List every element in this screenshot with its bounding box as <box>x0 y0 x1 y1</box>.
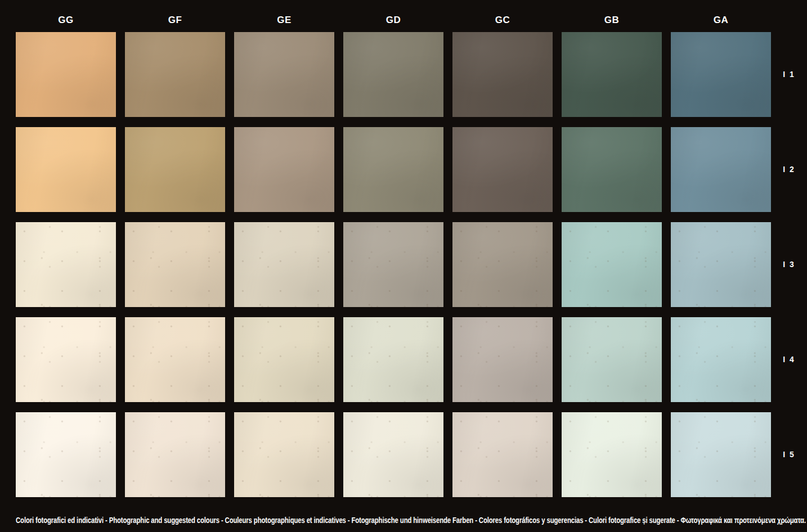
swatch-ge-i2 <box>234 127 334 212</box>
row-label-i3: I 3 <box>771 260 807 269</box>
swatch-gg-i1 <box>16 32 116 117</box>
swatch-ga-i2 <box>671 127 771 212</box>
swatch-gd-i2 <box>343 127 443 212</box>
swatch-grid-area: GG GF GE GD GC GB GA <box>16 0 771 497</box>
swatch-gf-i1 <box>125 32 225 117</box>
swatch-gd-i1 <box>343 32 443 117</box>
swatch-ga-i5 <box>671 412 771 497</box>
swatch-gb-i3 <box>562 222 662 307</box>
swatch-gd-i5 <box>343 412 443 497</box>
swatch-ge-i5 <box>234 412 334 497</box>
column-header-row: GG GF GE GD GC GB GA <box>16 0 771 32</box>
row-label-i2: I 2 <box>771 165 807 174</box>
row-label-column: I 1 I 2 I 3 I 4 I 5 <box>771 0 807 532</box>
swatch-grid <box>16 32 771 497</box>
swatch-gd-i4 <box>343 317 443 402</box>
footer-caption-text: Colori fotografici ed indicativi - Photo… <box>16 515 617 526</box>
swatch-gc-i3 <box>452 222 553 307</box>
swatch-gd-i3 <box>343 222 443 307</box>
swatch-ge-i4 <box>234 317 334 402</box>
column-header-ge: GE <box>234 15 334 32</box>
swatch-ga-i4 <box>671 317 771 402</box>
swatch-gb-i1 <box>562 32 662 117</box>
column-header-gg: GG <box>16 15 116 32</box>
swatch-gg-i4 <box>16 317 116 402</box>
color-chart-page: GG GF GE GD GC GB GA <box>0 0 807 532</box>
row-label-i1: I 1 <box>771 70 807 79</box>
column-header-gb: GB <box>562 15 662 32</box>
swatch-gc-i2 <box>452 127 553 212</box>
swatch-gg-i2 <box>16 127 116 212</box>
swatch-gc-i5 <box>452 412 553 497</box>
column-header-gc: GC <box>452 15 553 32</box>
swatch-gg-i5 <box>16 412 116 497</box>
column-header-gf: GF <box>125 15 225 32</box>
row-label-i5: I 5 <box>771 450 807 459</box>
swatch-ga-i1 <box>671 32 771 117</box>
swatch-gc-i1 <box>452 32 553 117</box>
swatch-gg-i3 <box>16 222 116 307</box>
swatch-ge-i3 <box>234 222 334 307</box>
swatch-gb-i2 <box>562 127 662 212</box>
row-label-i4: I 4 <box>771 355 807 364</box>
swatch-gf-i3 <box>125 222 225 307</box>
footer-caption: Colori fotografici ed indicativi - Photo… <box>16 515 807 526</box>
swatch-gb-i4 <box>562 317 662 402</box>
swatch-gf-i2 <box>125 127 225 212</box>
column-header-gd: GD <box>343 15 443 32</box>
swatch-gf-i4 <box>125 317 225 402</box>
swatch-gc-i4 <box>452 317 553 402</box>
swatch-ge-i1 <box>234 32 334 117</box>
swatch-gf-i5 <box>125 412 225 497</box>
swatch-gb-i5 <box>562 412 662 497</box>
column-header-ga: GA <box>671 15 771 32</box>
swatch-ga-i3 <box>671 222 771 307</box>
